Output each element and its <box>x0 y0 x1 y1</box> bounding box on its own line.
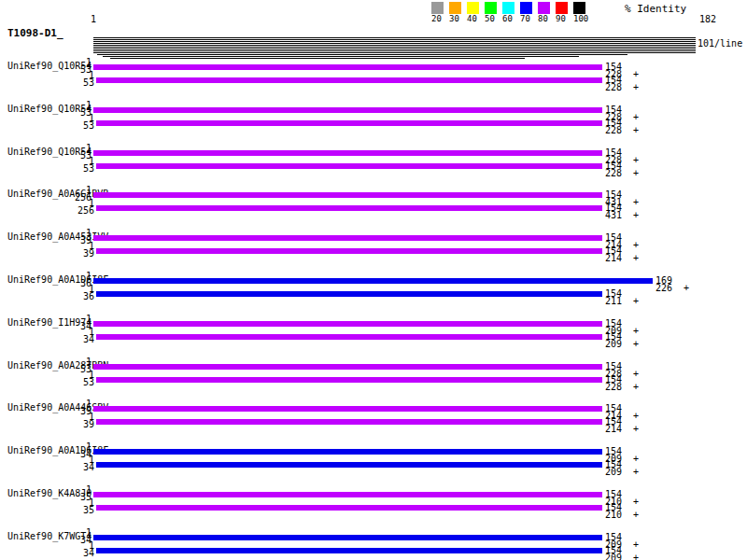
hit-row: UniRef90_Q10R54153154228 +153154228 + <box>0 103 747 146</box>
legend-swatch-70 <box>520 2 532 14</box>
subject-start-number: 34 <box>0 463 94 471</box>
ruler-start-label: 1 <box>91 14 96 24</box>
hit-row: UniRef90_I1H974134154209 +134154209 + <box>0 316 747 359</box>
query-ruler-line <box>93 43 696 44</box>
subject-end-number: 228 + <box>605 169 639 177</box>
subject-end-number: 209 + <box>605 340 639 348</box>
subject-end-number: 209 + <box>605 468 639 476</box>
query-ruler-line <box>93 37 696 38</box>
query-ruler-line <box>93 47 696 48</box>
hit-row: UniRef90_K7WGT4134154209 +134154209 + <box>0 530 747 560</box>
alignment-bar <box>96 120 602 126</box>
hit-row: UniRef90_Q10R54153154228 +153154228 + <box>0 60 747 103</box>
subject-end-number: 211 + <box>605 297 639 305</box>
alignment-bar <box>93 321 602 327</box>
subject-end-number: 210 + <box>605 511 639 519</box>
legend-bin-label: 80 <box>538 15 548 23</box>
legend-swatch-80 <box>538 2 550 14</box>
alignment-bar <box>93 150 602 156</box>
alignment-bar <box>96 334 602 340</box>
subject-start-number: 256 <box>0 206 94 215</box>
subject-end-number: 214 + <box>605 254 639 262</box>
legend-bin-label: 20 <box>431 15 442 23</box>
legend-bin-label: 70 <box>520 15 530 23</box>
legend-bin-label: 40 <box>467 15 477 23</box>
alignment-bar <box>93 192 602 198</box>
alignment-bar <box>96 548 602 553</box>
hit-row: UniRef90_A0A287BBN153154228 +153154228 + <box>0 359 747 402</box>
subject-start-number: 53 <box>0 121 94 130</box>
subject-end-number: 209 + <box>605 553 639 560</box>
alignment-bar <box>93 107 602 113</box>
subject-end-number: 226 + <box>655 284 689 292</box>
alignment-bar <box>96 462 602 468</box>
subject-start-number: 39 <box>0 249 94 258</box>
query-ruler-line <box>93 50 696 51</box>
alignment-bar <box>96 163 602 169</box>
legend-bin-label: 60 <box>502 15 513 23</box>
legend-title: % Identity <box>625 3 686 15</box>
subject-end-number: 214 + <box>605 425 639 433</box>
hit-row: UniRef90_Q10R54153154228 +153154228 + <box>0 146 747 189</box>
per-line-label: 101/line <box>698 38 742 49</box>
alignment-bar <box>93 278 653 284</box>
alignment-bar <box>93 364 602 370</box>
alignment-bar <box>96 505 602 511</box>
alignment-bar <box>93 535 602 540</box>
legend-swatch-90 <box>556 2 568 14</box>
legend-swatch-40 <box>467 2 479 14</box>
subject-start-number: 53 <box>0 378 94 386</box>
alignment-bar <box>96 248 602 254</box>
query-ruler-line <box>97 54 627 55</box>
subject-start-number: 53 <box>0 78 94 87</box>
hit-row: UniRef90_A0A1D6I8F134154209 +134154209 + <box>0 444 747 487</box>
ruler-end-label: 182 <box>699 14 716 24</box>
hit-row: UniRef90_A0A1D6I8F136169226 +136154211 + <box>0 273 747 316</box>
query-ruler-line <box>93 45 696 46</box>
subject-start-number: 53 <box>0 164 94 173</box>
subject-start-number: 39 <box>0 420 94 428</box>
query-ruler-line <box>93 41 696 42</box>
alignment-bar <box>96 419 602 425</box>
alignment-bar <box>93 449 602 455</box>
subject-start-number: 35 <box>0 506 94 514</box>
subject-end-number: 431 + <box>605 211 639 219</box>
hit-row: UniRef90_A0A446SBV139154214 +139154214 + <box>0 401 747 444</box>
legend-swatch-30 <box>449 2 461 14</box>
legend-swatch-20 <box>431 2 444 14</box>
legend-bin-label: 30 <box>449 15 459 23</box>
legend-swatch-100 <box>573 2 585 14</box>
alignment-bar <box>96 205 602 211</box>
query-ruler-line <box>93 39 696 40</box>
query-ruler-line <box>93 49 696 49</box>
alignment-bar <box>93 235 602 241</box>
alignment-bar <box>93 492 602 497</box>
legend-bin-label: 100 <box>573 15 588 23</box>
alignment-bar <box>96 377 602 383</box>
alignment-bar <box>93 406 602 412</box>
subject-end-number: 228 + <box>605 83 639 91</box>
query-ruler-line <box>93 52 696 53</box>
legend-swatch-50 <box>485 2 497 14</box>
alignment-bar <box>96 291 602 297</box>
query-ruler-line <box>110 58 525 59</box>
legend-bin-label: 90 <box>556 15 566 23</box>
hit-row: UniRef90_A0A453IVV139154214 +139154214 + <box>0 231 747 273</box>
alignment-bar <box>96 77 602 83</box>
subject-end-number: 228 + <box>605 383 639 391</box>
alignment-bar <box>93 64 602 70</box>
subject-start-number: 36 <box>0 292 94 301</box>
legend-swatch-60 <box>502 2 514 14</box>
subject-start-number: 34 <box>0 549 94 557</box>
hit-row: UniRef90_K4A8J0135154210 +135154210 + <box>0 487 747 530</box>
hit-coverage-view: 2030405060708090100 % Identity 1 182 T10… <box>0 0 747 560</box>
query-ruler-line <box>103 56 579 57</box>
subject-start-number: 34 <box>0 335 94 343</box>
legend-bin-label: 50 <box>485 15 495 23</box>
hit-row: UniRef90_A0A6G1BVB1256154431 +1256154431… <box>0 188 747 231</box>
query-title: T1098-D1_ <box>7 27 63 39</box>
subject-end-number: 228 + <box>605 126 639 134</box>
